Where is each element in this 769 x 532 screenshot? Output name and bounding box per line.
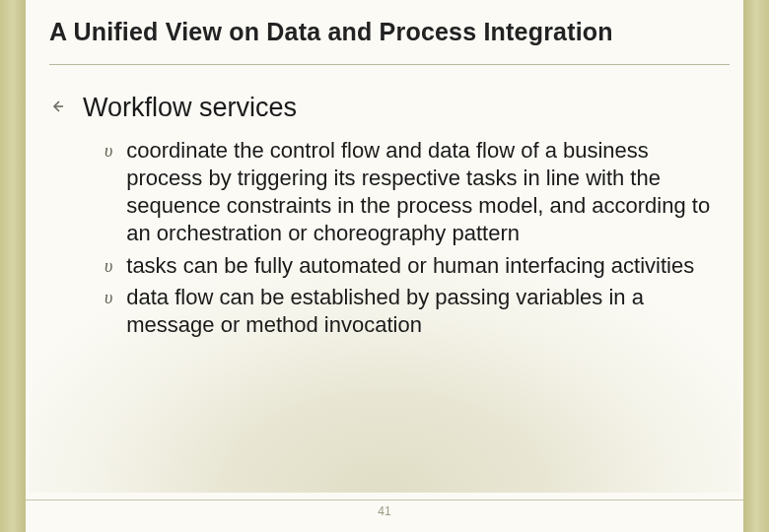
slide-footer: 41 [26, 499, 743, 518]
footer-divider [26, 499, 743, 500]
main-bullet: Workflow services [49, 93, 730, 123]
title-divider [49, 64, 730, 65]
list-item: υ data flow can be established by passin… [105, 284, 730, 339]
right-accent-bar [743, 0, 769, 532]
slide-content: A Unified View on Data and Process Integ… [49, 18, 730, 512]
page-number: 41 [26, 504, 743, 518]
sub-bullet-list: υ coordinate the control flow and data f… [105, 137, 730, 339]
slide-title: A Unified View on Data and Process Integ… [49, 18, 730, 64]
list-item: υ coordinate the control flow and data f… [105, 137, 730, 248]
section-heading: Workflow services [83, 93, 297, 123]
bullet-text: tasks can be fully automated or human in… [126, 252, 694, 280]
omega-icon: υ [105, 141, 112, 162]
arrow-left-icon [49, 99, 65, 119]
bullet-text: coordinate the control flow and data flo… [126, 137, 730, 248]
bullet-text: data flow can be established by passing … [126, 284, 730, 339]
omega-icon: υ [105, 256, 112, 277]
omega-icon: υ [105, 288, 112, 308]
left-accent-bar [0, 0, 26, 532]
list-item: υ tasks can be fully automated or human … [105, 252, 730, 280]
